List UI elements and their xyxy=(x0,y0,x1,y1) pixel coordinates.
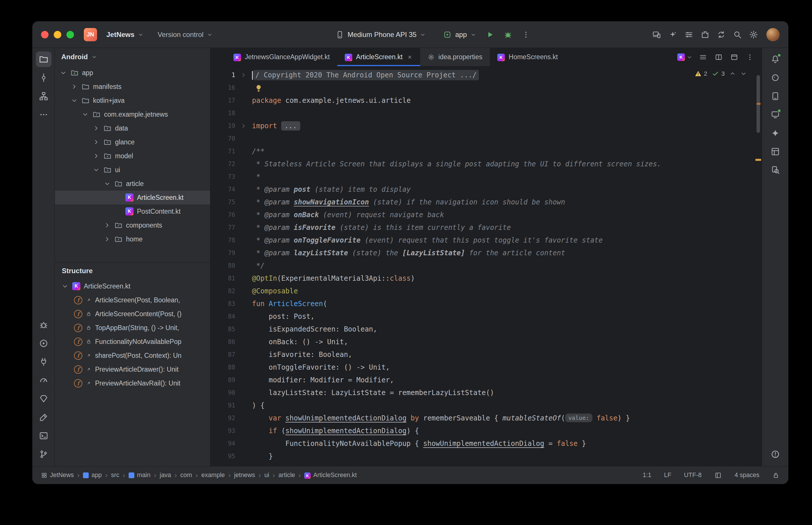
terminal-tool-button[interactable] xyxy=(36,428,51,444)
code-line-89[interactable]: 89 modifier: Modifier = Modifier, xyxy=(210,374,762,386)
code-line-83[interactable]: 83fun ArticleScreen( xyxy=(210,297,762,310)
branch-tool-button[interactable] xyxy=(36,447,51,462)
code-line-82[interactable]: 82@Composable xyxy=(210,285,762,297)
passed-count[interactable]: 3 xyxy=(712,70,725,77)
find-usages-tool-button[interactable] xyxy=(768,162,783,178)
commit-tool-button[interactable] xyxy=(36,70,51,86)
structure-item-previewarticledrawer-unit[interactable]: fPreviewArticleDrawer(): Unit xyxy=(55,362,210,376)
ai-assist-button[interactable] xyxy=(665,27,681,43)
breadcrumb-java[interactable]: java xyxy=(160,471,171,479)
line-number[interactable]: 18 xyxy=(210,107,235,120)
search-button[interactable] xyxy=(729,27,745,43)
project-tool-button[interactable] xyxy=(36,51,51,67)
code-line-90[interactable]: 90 lazyListState: LazyListState = rememb… xyxy=(210,386,762,399)
line-separator[interactable]: LF xyxy=(664,471,671,479)
line-number[interactable]: 70 xyxy=(210,132,235,145)
project-selector[interactable]: JetNews xyxy=(102,28,148,42)
tab-idea-properties[interactable]: idea.properties xyxy=(420,48,490,66)
reader-mode[interactable] xyxy=(714,471,722,479)
structure-item-functionalitynotavailablepop[interactable]: fFunctionalityNotAvailablePop xyxy=(55,335,210,348)
code-line-1[interactable]: 1/ Copyright 2020 The Android Open Sourc… xyxy=(210,69,762,81)
notifications-tool-button[interactable] xyxy=(768,51,783,67)
minimize-window-button[interactable] xyxy=(54,31,61,39)
editor-scrollbar[interactable] xyxy=(754,66,762,466)
breadcrumb-ui[interactable]: ui xyxy=(264,471,269,479)
line-number[interactable]: 89 xyxy=(210,374,235,386)
zoom-window-button[interactable] xyxy=(67,31,74,39)
tab-homescreens-kt[interactable]: KHomeScreens.kt xyxy=(490,48,565,66)
next-problem-button[interactable] xyxy=(740,71,747,77)
settings-button[interactable] xyxy=(745,27,762,43)
line-number[interactable]: 92 xyxy=(210,412,235,424)
breadcrumb-jetnews[interactable]: jetnews xyxy=(234,471,255,479)
tree-chevron-icon[interactable] xyxy=(102,222,113,229)
code-line-16[interactable]: 16 xyxy=(210,81,762,94)
code-line-73[interactable]: 73 * xyxy=(210,170,762,183)
device-selector[interactable]: Medium Phone API 35 xyxy=(331,27,430,42)
line-number[interactable]: 19 xyxy=(210,120,235,132)
line-number[interactable]: 88 xyxy=(210,361,235,374)
open-files-list-button[interactable] xyxy=(696,50,710,64)
indent-style[interactable]: 4 spaces xyxy=(735,471,759,479)
caret-position[interactable]: 1:1 xyxy=(643,471,651,479)
line-number[interactable]: 78 xyxy=(210,234,235,246)
warning-stripe-mark[interactable] xyxy=(756,103,761,105)
structure-item-topappbar-string-unit[interactable]: fTopAppBar(String, () -> Unit, xyxy=(55,321,210,335)
code-line-94[interactable]: 94 FunctionalityNotAvailablePopup { show… xyxy=(210,437,762,450)
fold-marker[interactable] xyxy=(235,69,252,81)
sync-button[interactable] xyxy=(713,27,729,43)
quality-tool-button[interactable] xyxy=(36,391,51,407)
code-line-86[interactable]: 86 onBack: () -> Unit, xyxy=(210,335,762,348)
project-item-article[interactable]: article xyxy=(55,177,210,191)
tree-chevron-icon[interactable] xyxy=(69,83,80,90)
run-button[interactable] xyxy=(482,27,498,43)
code-line-75[interactable]: 75 * @param showNavigationIcon (state) i… xyxy=(210,196,762,209)
layout-inspector-tool-button[interactable] xyxy=(768,144,783,160)
code-line-19[interactable]: 19import ... xyxy=(210,120,762,132)
profiler-tool-button[interactable] xyxy=(36,373,51,388)
version-control-menu[interactable]: Version control xyxy=(153,28,217,42)
line-number[interactable]: 77 xyxy=(210,221,235,234)
tree-chevron-icon[interactable] xyxy=(91,166,102,173)
code-line-77[interactable]: 77 * @param isFavorite (state) is this i… xyxy=(210,221,762,234)
code-line-17[interactable]: 17package com.example.jetnews.ui.article xyxy=(210,94,762,107)
build-tool-button[interactable] xyxy=(36,409,51,425)
line-number[interactable]: 94 xyxy=(210,437,235,450)
line-number[interactable]: 83 xyxy=(210,297,235,310)
project-item-articlescreen-kt[interactable]: KArticleScreen.kt xyxy=(55,191,210,205)
file-write-access[interactable] xyxy=(772,471,780,479)
code-line-84[interactable]: 84 post: Post, xyxy=(210,310,762,323)
code-line-93[interactable]: 93 if (showUnimplementedActionDialog) { xyxy=(210,424,762,437)
line-number[interactable]: 95 xyxy=(210,450,235,463)
breadcrumb-main[interactable]: main xyxy=(129,471,150,479)
code-line-71[interactable]: 71/** xyxy=(210,145,762,158)
debug-button[interactable] xyxy=(500,27,516,43)
more-horiz-tool-button[interactable] xyxy=(36,107,51,122)
code-line-88[interactable]: 88 onToggleFavorite: () -> Unit, xyxy=(210,361,762,374)
code-line-70[interactable]: 70 xyxy=(210,132,762,145)
project-item-home[interactable]: home xyxy=(55,232,210,246)
code-line-78[interactable]: 78 * @param onToggleFavorite (event) req… xyxy=(210,234,762,246)
breadcrumb-app[interactable]: app xyxy=(83,471,102,479)
breadcrumb-article[interactable]: article xyxy=(279,471,295,479)
project-item-postcontent-kt[interactable]: KPostContent.kt xyxy=(55,205,210,218)
project-item-glance[interactable]: glance xyxy=(55,135,210,149)
line-number[interactable]: 90 xyxy=(210,386,235,399)
line-number[interactable]: 80 xyxy=(210,259,235,272)
run-configuration-selector[interactable]: app xyxy=(439,27,480,42)
tree-chevron-icon[interactable] xyxy=(91,125,102,132)
problems-tool-button[interactable] xyxy=(768,447,783,462)
preview-layout-button[interactable] xyxy=(727,50,741,64)
tree-chevron-icon[interactable] xyxy=(60,283,71,290)
line-number[interactable]: 86 xyxy=(210,335,235,348)
close-icon[interactable] xyxy=(407,54,413,60)
code-editor[interactable]: 1/ Copyright 2020 The Android Open Sourc… xyxy=(210,66,762,466)
user-avatar[interactable] xyxy=(766,28,780,41)
running-devices-tool-button[interactable] xyxy=(768,107,783,122)
code-line-74[interactable]: 74 * @param post (state) item to display xyxy=(210,183,762,196)
tree-chevron-icon[interactable] xyxy=(91,139,102,146)
warning-stripe-mark[interactable] xyxy=(755,159,761,161)
project-item-manifests[interactable]: manifests xyxy=(55,80,210,93)
tree-chevron-icon[interactable] xyxy=(69,97,80,104)
code-line-85[interactable]: 85 isExpandedScreen: Boolean, xyxy=(210,323,762,335)
